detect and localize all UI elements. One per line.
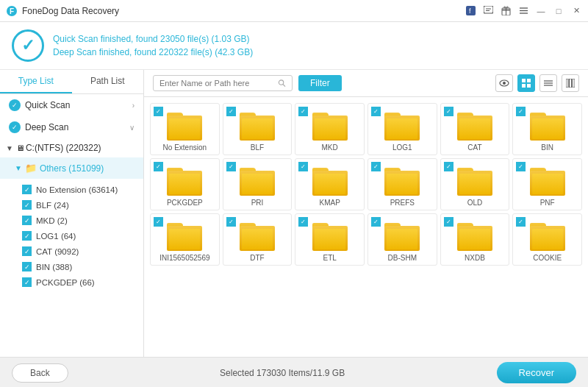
file-checkbox[interactable] bbox=[371, 107, 381, 116]
file-item[interactable]: DTF bbox=[223, 213, 293, 266]
title-bar-actions: f — □ ✕ bbox=[465, 5, 582, 17]
file-checkbox[interactable] bbox=[226, 107, 236, 116]
file-checkbox[interactable] bbox=[154, 107, 163, 116]
close-button[interactable]: ✕ bbox=[570, 5, 582, 17]
file-checkbox[interactable] bbox=[444, 107, 453, 116]
sub-log1[interactable]: LOG1 (64) bbox=[0, 228, 143, 244]
menu-icon[interactable] bbox=[517, 5, 529, 17]
file-label: NXDB bbox=[465, 254, 485, 262]
eye-view-button[interactable] bbox=[495, 74, 513, 92]
file-item[interactable]: BIN bbox=[512, 103, 582, 155]
sidebar-deep-scan[interactable]: ✓ Deep Scan ∨ bbox=[0, 116, 143, 138]
file-checkbox[interactable] bbox=[371, 162, 381, 171]
recover-button[interactable]: Recover bbox=[497, 362, 576, 383]
file-label: PRI bbox=[251, 199, 264, 207]
sub-bin[interactable]: BIN (388) bbox=[0, 259, 143, 274]
svg-rect-17 bbox=[522, 79, 526, 82]
file-item[interactable]: INI1565052569 bbox=[150, 213, 220, 266]
app-logo: F bbox=[6, 5, 18, 17]
folder-label: Others (151099) bbox=[40, 163, 104, 174]
folder-icon bbox=[530, 110, 565, 141]
tab-type-list[interactable]: Type List bbox=[0, 70, 72, 93]
file-item[interactable]: DB-SHM bbox=[368, 213, 437, 266]
status-icon: ✓ bbox=[12, 29, 44, 62]
file-checkbox[interactable] bbox=[298, 217, 308, 227]
file-item[interactable]: CAT bbox=[440, 103, 510, 155]
svg-rect-26 bbox=[573, 79, 575, 88]
file-item[interactable]: COOKIE bbox=[512, 213, 582, 266]
folder-icon bbox=[240, 165, 275, 196]
checkbox-mkd[interactable] bbox=[22, 216, 32, 225]
drive-row[interactable]: ▼ 🖥 C:(NTFS) (220322) bbox=[0, 138, 143, 157]
sub-blf[interactable]: BLF (24) bbox=[0, 197, 143, 213]
file-checkbox[interactable] bbox=[444, 217, 453, 227]
file-item[interactable]: PCKGDEP bbox=[150, 158, 220, 210]
file-item[interactable]: ETL bbox=[295, 213, 365, 266]
chat-icon[interactable] bbox=[482, 5, 494, 17]
file-item[interactable]: PRI bbox=[223, 158, 293, 210]
folder-icon bbox=[312, 110, 348, 141]
file-checkbox[interactable] bbox=[226, 217, 236, 227]
sidebar-others-folder[interactable]: ▼ 📁 Others (151099) bbox=[0, 157, 143, 179]
sub-cat[interactable]: CAT (9092) bbox=[0, 244, 143, 259]
header: ✓ Quick Scan finished, found 23050 file(… bbox=[0, 22, 588, 70]
file-label: LOG1 bbox=[392, 143, 412, 152]
search-box[interactable] bbox=[153, 75, 293, 91]
svg-text:F: F bbox=[10, 7, 14, 15]
list-view-button[interactable] bbox=[539, 74, 557, 92]
file-area: No Extension BLF MKD LO bbox=[144, 97, 588, 357]
file-checkbox[interactable] bbox=[516, 162, 526, 171]
file-item[interactable]: BLF bbox=[223, 103, 293, 155]
folder-icon bbox=[530, 165, 565, 196]
grid-view-button[interactable] bbox=[517, 74, 535, 92]
file-item[interactable]: LOG1 bbox=[368, 103, 437, 155]
file-checkbox[interactable] bbox=[516, 217, 526, 227]
file-item[interactable]: KMAP bbox=[295, 158, 365, 210]
file-checkbox[interactable] bbox=[226, 162, 236, 171]
file-item[interactable]: OLD bbox=[440, 158, 510, 210]
folder-icon bbox=[457, 220, 492, 251]
filter-button[interactable]: Filter bbox=[298, 75, 342, 91]
file-checkbox[interactable] bbox=[371, 217, 381, 227]
file-checkbox[interactable] bbox=[154, 162, 163, 171]
file-label: MKD bbox=[322, 143, 338, 152]
sub-pckgdep[interactable]: PCKGDEP (66) bbox=[0, 274, 143, 290]
file-checkbox[interactable] bbox=[298, 162, 308, 171]
facebook-icon[interactable]: f bbox=[465, 5, 476, 17]
columns-view-button[interactable] bbox=[562, 74, 579, 92]
search-input[interactable] bbox=[159, 79, 275, 88]
file-item[interactable]: PREFS bbox=[368, 158, 437, 210]
tab-path-list[interactable]: Path List bbox=[72, 70, 144, 93]
checkbox-pckgdep[interactable] bbox=[22, 277, 32, 287]
file-item[interactable]: No Extension bbox=[150, 103, 220, 155]
quick-scan-label: Quick Scan bbox=[25, 100, 70, 110]
file-label: KMAP bbox=[319, 199, 340, 207]
maximize-button[interactable]: □ bbox=[553, 5, 564, 17]
checkbox-log1[interactable] bbox=[22, 231, 32, 241]
file-checkbox[interactable] bbox=[444, 162, 453, 171]
checkbox-bin[interactable] bbox=[22, 262, 32, 271]
checkbox-no-extension[interactable] bbox=[22, 185, 32, 194]
sub-no-extension[interactable]: No Extension (63614) bbox=[0, 182, 143, 197]
file-item[interactable]: MKD bbox=[295, 103, 365, 155]
scan-status: Quick Scan finished, found 23050 file(s)… bbox=[53, 34, 253, 57]
minimize-button[interactable]: — bbox=[535, 5, 547, 17]
folder-icon bbox=[457, 110, 492, 141]
file-checkbox[interactable] bbox=[298, 107, 308, 116]
file-checkbox[interactable] bbox=[154, 217, 163, 227]
file-item[interactable]: NXDB bbox=[440, 213, 510, 266]
checkbox-cat[interactable] bbox=[22, 246, 32, 256]
sidebar-tabs: Type List Path List bbox=[0, 70, 143, 94]
grid-icon bbox=[522, 79, 531, 88]
file-label: COOKIE bbox=[533, 254, 562, 262]
file-item[interactable]: PNF bbox=[512, 158, 582, 210]
file-grid: No Extension BLF MKD LO bbox=[150, 103, 582, 266]
checkbox-blf[interactable] bbox=[22, 200, 32, 210]
folder-icon bbox=[384, 220, 420, 251]
sub-mkd[interactable]: MKD (2) bbox=[0, 213, 143, 228]
svg-rect-4 bbox=[484, 6, 493, 13]
file-checkbox[interactable] bbox=[516, 107, 526, 116]
sidebar-quick-scan[interactable]: ✓ Quick Scan › bbox=[0, 94, 143, 116]
back-button[interactable]: Back bbox=[12, 363, 68, 383]
gift-icon[interactable] bbox=[500, 5, 512, 17]
